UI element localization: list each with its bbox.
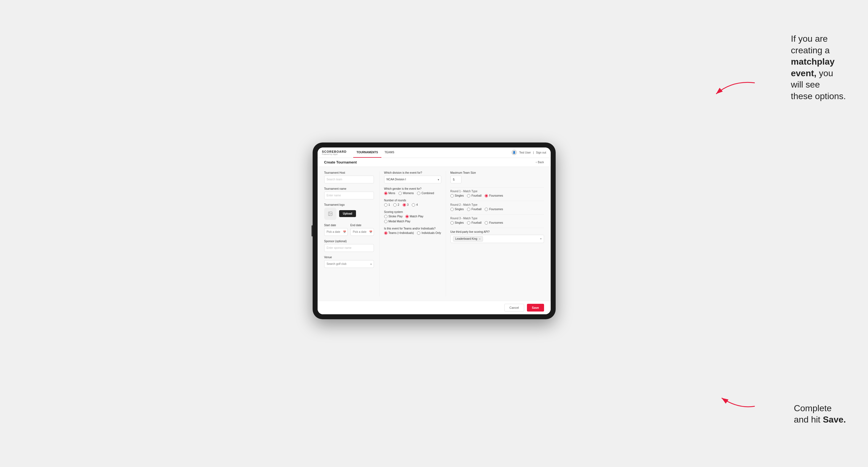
r3-fourball-label: Fourball: [471, 221, 482, 224]
nav-brand: SCOREBOARD Powered by clippit: [322, 150, 347, 155]
logo-placeholder-icon: [324, 208, 336, 220]
save-button[interactable]: Save: [527, 304, 544, 312]
scoring-medal[interactable]: Medal Match Play: [384, 220, 410, 223]
nav-tabs: TOURNAMENTS TEAMS: [353, 148, 512, 158]
api-dropdown[interactable]: Leaderboard King × ▾: [451, 235, 544, 243]
scoring-match-label: Match Play: [410, 215, 423, 218]
division-select[interactable]: NCAA Division I: [384, 176, 441, 183]
gender-label: Which gender is the event for?: [384, 187, 441, 190]
r3-fourball[interactable]: Fourball: [467, 221, 482, 224]
brand-sub-label: Powered by clippit: [322, 153, 347, 155]
teams-label: Is this event for Teams and/or Individua…: [384, 227, 441, 230]
nav-bar: SCOREBOARD Powered by clippit TOURNAMENT…: [318, 148, 551, 158]
date-fields: Start date End date: [324, 224, 374, 236]
round-2[interactable]: 2: [393, 203, 399, 207]
gender-mens-label: Mens: [389, 192, 395, 195]
api-label: Use third-party live scoring API?: [451, 230, 544, 234]
nav-right: 👤 Test User | Sign out: [512, 150, 546, 155]
teams-teams[interactable]: Teams (+Individuals): [384, 231, 414, 235]
r3-singles-label: Singles: [455, 221, 464, 224]
round3-match-type: Round 3 - Match Type Singles Fourball: [451, 217, 544, 224]
sponsor-label: Sponsor (optional): [324, 240, 374, 243]
r1-fourball[interactable]: Fourball: [467, 194, 482, 197]
form-footer: Cancel Save: [318, 301, 551, 314]
max-team-size-group: Maximum Team Size: [451, 171, 544, 183]
r1-foursomes[interactable]: Foursomes: [485, 194, 503, 197]
tournament-name-input[interactable]: [324, 192, 374, 199]
r1-singles-label: Singles: [455, 194, 464, 197]
gender-womens[interactable]: Womens: [399, 192, 414, 195]
division-select-wrapper: NCAA Division I: [384, 176, 441, 183]
tournament-host-label: Tournament Host: [324, 171, 374, 174]
teams-group: Is this event for Teams and/or Individua…: [384, 227, 441, 235]
scoring-match[interactable]: Match Play: [405, 215, 423, 218]
round2-options: Singles Fourball Foursomes: [451, 208, 544, 211]
start-date-field: Start date: [324, 224, 348, 236]
rounds-group: Number of rounds 1 2: [384, 199, 441, 207]
venue-label: Venue: [324, 256, 374, 259]
round3-options: Singles Fourball Foursomes: [451, 221, 544, 224]
rounds-label: Number of rounds: [384, 199, 441, 202]
brand-main-label: SCOREBOARD: [322, 150, 347, 153]
round-3[interactable]: 3: [403, 203, 409, 207]
venue-input-wrapper: [324, 260, 374, 268]
r1-singles[interactable]: Singles: [451, 194, 464, 197]
arrow-save: [716, 390, 760, 412]
scoring-label: Scoring system: [384, 211, 441, 214]
round2-label: Round 2 - Match Type: [451, 203, 544, 206]
round-3-label: 3: [407, 203, 409, 206]
r2-fourball[interactable]: Fourball: [467, 208, 482, 211]
start-date-label: Start date: [324, 224, 348, 227]
round2-match-type: Round 2 - Match Type Singles Fourball: [451, 203, 544, 211]
round-4[interactable]: 4: [412, 203, 418, 207]
cancel-button[interactable]: Cancel: [504, 304, 524, 312]
tournament-host-input[interactable]: [324, 176, 374, 183]
sponsor-input[interactable]: [324, 244, 374, 252]
tab-teams[interactable]: TEAMS: [381, 148, 398, 158]
separator-4: [451, 228, 544, 228]
round-2-label: 2: [398, 203, 399, 206]
start-date-input[interactable]: [324, 228, 348, 236]
user-name: Test User: [519, 151, 531, 154]
content-header: Create Tournament ‹ Back: [318, 158, 551, 167]
scoring-stroke[interactable]: Stroke Play: [384, 215, 403, 218]
r3-singles[interactable]: Singles: [451, 221, 464, 224]
tournament-logo-group: Tournament logo Upload: [324, 203, 374, 220]
api-value: Leaderboard King: [456, 237, 477, 240]
teams-individuals[interactable]: Individuals Only: [417, 231, 441, 235]
page-title: Create Tournament: [324, 160, 357, 164]
r2-singles[interactable]: Singles: [451, 208, 464, 211]
api-group: Use third-party live scoring API? Leader…: [451, 230, 544, 243]
r2-foursomes[interactable]: Foursomes: [485, 208, 503, 211]
round-1[interactable]: 1: [384, 203, 390, 207]
back-button[interactable]: ‹ Back: [536, 161, 544, 164]
api-remove-icon[interactable]: ×: [479, 237, 480, 241]
r3-foursomes-label: Foursomes: [489, 221, 503, 224]
scoring-group: Scoring system Stroke Play Match Play: [384, 211, 441, 223]
user-avatar: 👤: [512, 150, 517, 155]
gender-combined-label: Combined: [422, 192, 434, 195]
col-left: Tournament Host Tournament name Tourname…: [324, 171, 379, 296]
r3-foursomes[interactable]: Foursomes: [485, 221, 503, 224]
round3-label: Round 3 - Match Type: [451, 217, 544, 220]
col-mid: Which division is the event for? NCAA Di…: [379, 171, 446, 296]
gender-radio-group: Mens Womens Combined: [384, 192, 441, 195]
round1-label: Round 1 - Match Type: [451, 190, 544, 193]
sign-out-link[interactable]: Sign out: [536, 151, 546, 154]
separator-3: [451, 214, 544, 215]
back-chevron-icon: ‹: [536, 161, 536, 164]
max-team-size-input[interactable]: [451, 176, 462, 183]
nav-separator: |: [533, 151, 534, 154]
tablet-screen: SCOREBOARD Powered by clippit TOURNAMENT…: [318, 148, 551, 314]
gender-mens[interactable]: Mens: [384, 192, 395, 195]
r2-fourball-label: Fourball: [471, 208, 482, 211]
arrow-matchplay: [711, 77, 760, 105]
tournament-host-group: Tournament Host: [324, 171, 374, 183]
venue-input[interactable]: [324, 260, 374, 268]
upload-button[interactable]: Upload: [339, 210, 356, 217]
end-date-input[interactable]: [350, 228, 374, 236]
tab-tournaments[interactable]: TOURNAMENTS: [353, 148, 381, 158]
gender-combined[interactable]: Combined: [417, 192, 434, 195]
svg-point-1: [329, 213, 330, 213]
division-group: Which division is the event for? NCAA Di…: [384, 171, 441, 183]
